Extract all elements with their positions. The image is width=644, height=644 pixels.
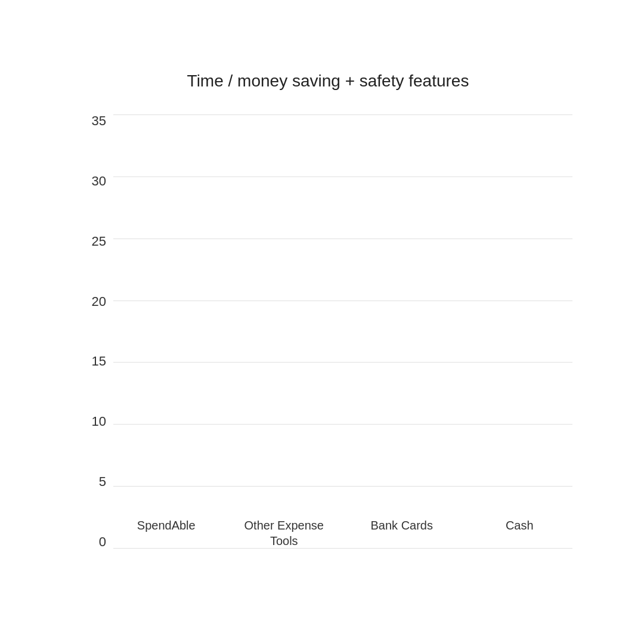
- x-label-cash: Cash: [479, 518, 561, 549]
- bars-row: [113, 114, 572, 510]
- y-label-10: 10: [83, 415, 113, 428]
- y-label-15: 15: [83, 355, 113, 368]
- chart-inner: SpendAble Other Expense Tools Bank Cards…: [113, 114, 572, 549]
- y-label-25: 25: [83, 235, 113, 248]
- y-axis: 35 30 25 20 15 10 5 0: [83, 114, 113, 549]
- x-label-spendable: SpendAble: [125, 518, 208, 549]
- chart-title: Time / money saving + safety features: [83, 72, 572, 91]
- chart-area: 35 30 25 20 15 10 5 0: [83, 114, 572, 549]
- chart-container: Time / money saving + safety features 35…: [36, 36, 608, 608]
- y-label-5: 5: [83, 475, 113, 488]
- x-label-other-expense-tools: Other Expense Tools: [243, 518, 326, 549]
- y-label-0: 0: [83, 535, 113, 549]
- y-label-35: 35: [83, 114, 113, 128]
- y-label-30: 30: [83, 175, 113, 188]
- y-label-20: 20: [83, 295, 113, 308]
- x-label-bank-cards: Bank Cards: [361, 518, 443, 549]
- x-labels: SpendAble Other Expense Tools Bank Cards…: [113, 518, 572, 549]
